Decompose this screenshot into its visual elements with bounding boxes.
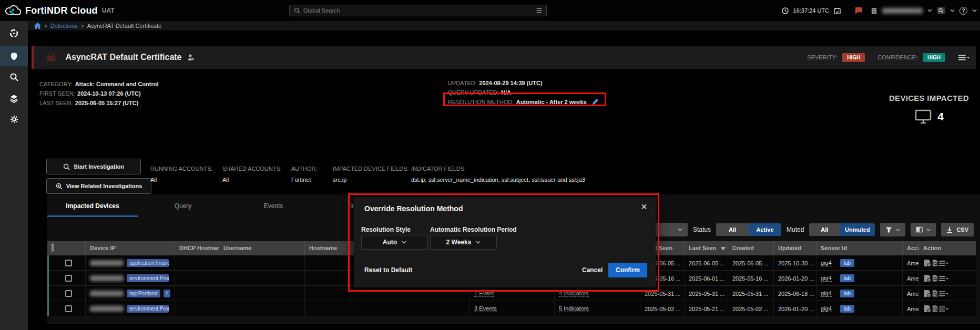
sensor-id-link[interactable]: gig4: [821, 260, 832, 266]
columns-button[interactable]: [911, 223, 936, 236]
sensor-id-link[interactable]: gig4: [821, 290, 832, 297]
events-link[interactable]: 1 Event: [474, 290, 494, 297]
col-dhcp-hostname[interactable]: DHCP Hostname: [175, 241, 219, 255]
reset-to-default-button[interactable]: Reset to Default: [364, 266, 412, 274]
row-status-stripe: [47, 286, 49, 301]
tag-badge: tag:Portland: [127, 290, 160, 297]
muted-unmuted-button[interactable]: Unmuted: [840, 223, 875, 236]
breadcrumb-detections-link[interactable]: Detections: [50, 23, 78, 29]
cancel-button[interactable]: Cancel: [582, 266, 603, 274]
col-sensor-id[interactable]: Sensor Id: [816, 241, 903, 255]
indicators-link[interactable]: 4 Indicators: [559, 290, 589, 297]
pcap-search-icon[interactable]: [932, 305, 938, 313]
running-accounts-value: All: [150, 177, 213, 183]
organization-icon[interactable]: [871, 7, 877, 14]
sidebar-item-dashboard[interactable]: [0, 23, 28, 43]
row-checkbox[interactable]: [65, 305, 72, 312]
device-details-icon[interactable]: [923, 305, 932, 313]
home-icon[interactable]: [34, 23, 41, 29]
device-ip-redacted: [90, 260, 124, 266]
sensor-id-link[interactable]: gig4: [821, 275, 832, 282]
tab-events[interactable]: Events: [228, 194, 319, 217]
col-action[interactable]: Action: [919, 241, 976, 255]
row-menu-icon[interactable]: [938, 260, 948, 266]
help-icon[interactable]: ?: [959, 7, 967, 15]
export-csv-button[interactable]: CSV: [941, 223, 974, 236]
chevron-down-icon[interactable]: [950, 9, 955, 12]
sensor-id-link[interactable]: gig4: [821, 305, 832, 312]
detection-menu-icon[interactable]: [958, 54, 969, 61]
notifications-icon[interactable]: [855, 7, 863, 14]
indicator-fields: INDICATOR FIELDS: dst.ip, ssl:server_nam…: [411, 166, 585, 183]
account-cell: Ame: [903, 301, 919, 316]
tab-impacted-devices[interactable]: Impacted Devices: [47, 194, 138, 217]
chevron-down-icon: [678, 228, 682, 231]
global-search[interactable]: [289, 5, 547, 16]
indicator-fields-value: dst.ip, ssl:server_name_indication, ssl:…: [411, 177, 585, 183]
sidebar-item-detections[interactable]: [0, 46, 28, 66]
muted-all-button[interactable]: All: [809, 223, 840, 236]
col-updated[interactable]: Updated: [774, 241, 816, 255]
col-account[interactable]: Account: [903, 241, 919, 255]
tab-query[interactable]: Query: [138, 194, 228, 217]
sidebar-item-entities[interactable]: [0, 88, 28, 108]
col-device-ip[interactable]: Device IP: [86, 241, 175, 255]
start-investigation-button[interactable]: Start Investigation: [46, 159, 141, 174]
breadcrumb-current: AsyncRAT Default Certificate: [87, 23, 161, 29]
events-link[interactable]: 3 Events: [474, 305, 497, 312]
select-all-checkbox[interactable]: [52, 243, 54, 252]
download-icon: [946, 226, 953, 233]
pcap-search-icon[interactable]: [932, 259, 938, 267]
row-menu-icon[interactable]: [938, 291, 948, 297]
capture-search-icon[interactable]: [937, 7, 945, 14]
csv-label: CSV: [956, 226, 968, 233]
close-icon[interactable]: ×: [641, 200, 647, 213]
row-menu-icon[interactable]: [938, 275, 948, 282]
device-details-icon[interactable]: [923, 259, 932, 267]
col-username[interactable]: Username: [219, 241, 305, 255]
status-active-button[interactable]: Active: [749, 223, 781, 236]
chevron-down-icon[interactable]: [927, 9, 932, 12]
tag-badge: environment:Prod: [127, 305, 169, 313]
last-seen-label: LAST SEEN:: [39, 100, 73, 106]
shared-accounts: SHARED ACCOUNTS: All: [222, 166, 282, 183]
monitor-icon: [914, 109, 932, 125]
user-account-name-redacted[interactable]: [882, 8, 923, 14]
row-checkbox[interactable]: [65, 275, 72, 282]
device-details-icon[interactable]: [923, 274, 932, 282]
search-input[interactable]: [303, 7, 532, 14]
author-value: Fortinet: [291, 177, 318, 183]
last-seen-cell: 2025-05-21 ...: [685, 301, 728, 316]
layers-icon: [9, 94, 18, 103]
search-options-icon[interactable]: [535, 7, 542, 14]
pcap-search-icon[interactable]: [932, 290, 938, 297]
row-menu-icon[interactable]: [938, 306, 948, 312]
resolution-period-dropdown[interactable]: 2 Weeks: [430, 235, 497, 250]
col-last-seen-label: Last Seen: [689, 245, 716, 251]
edit-pencil-icon[interactable]: [592, 98, 599, 105]
sidebar-item-search[interactable]: [0, 67, 28, 87]
calendar-icon[interactable]: [834, 7, 841, 14]
resolution-style-dropdown[interactable]: Auto: [361, 235, 428, 250]
chevron-down-icon: [896, 229, 900, 231]
filter-button[interactable]: [880, 223, 905, 236]
col-created[interactable]: Created: [728, 241, 774, 255]
device-details-icon[interactable]: [923, 290, 932, 297]
indicators-link[interactable]: 5 Indicators: [559, 305, 589, 312]
confirm-button[interactable]: Confirm: [608, 263, 647, 277]
account-cell: Ame: [903, 286, 919, 301]
row-checkbox[interactable]: [65, 290, 72, 297]
updated-cell: 2026-01-20 ...: [774, 271, 816, 286]
updated-value: 2024-08-29 14:39 (UTC): [479, 80, 542, 86]
row-checkbox[interactable]: [65, 260, 72, 266]
col-last-seen[interactable]: Last Seen: [685, 241, 728, 255]
pcap-search-icon[interactable]: [932, 274, 938, 282]
status-all-button[interactable]: All: [716, 223, 749, 236]
sidebar-item-settings[interactable]: [0, 109, 28, 129]
rule-owner-icon[interactable]: [187, 54, 195, 61]
gear-icon: [10, 115, 18, 123]
view-related-investigations-button[interactable]: View Related Investigations: [46, 178, 151, 194]
malware-skull-icon: ☠: [45, 51, 57, 64]
chevron-down-icon[interactable]: [972, 9, 977, 12]
created-cell: 2025-05-02 ...: [728, 301, 774, 316]
